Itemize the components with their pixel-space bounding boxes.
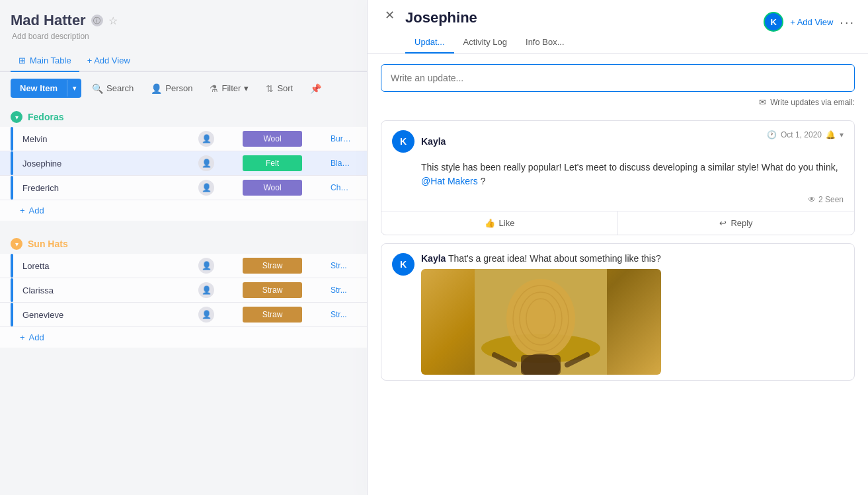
like-button[interactable]: 👍 Like: [381, 211, 618, 235]
new-item-button[interactable]: New Item ▾: [11, 79, 81, 98]
svg-rect-7: [521, 355, 561, 375]
row-indicator: [11, 127, 13, 151]
row-material: Wool: [219, 128, 325, 149]
search-icon: 🔍: [92, 83, 103, 94]
material-badge: Wool: [243, 180, 302, 196]
row-name: Frederich: [20, 178, 198, 198]
expand-icon[interactable]: ▾: [840, 130, 844, 139]
board-title: Mad Hatter: [11, 12, 86, 29]
person-button[interactable]: 👤 Person: [144, 79, 199, 98]
material-badge: Straw: [243, 258, 302, 274]
table-content: ▾ Fedoras Melvin 👤 Wool Burgu... Josephi…: [0, 104, 367, 495]
group-sun-hats-toggle[interactable]: ▾: [11, 238, 22, 250]
comment-date: Oct 1, 2020: [781, 130, 822, 139]
row-color: Str...: [325, 258, 356, 273]
search-button[interactable]: 🔍 Search: [85, 79, 140, 98]
person-avatar: 👤: [198, 131, 214, 147]
table-row[interactable]: Frederich 👤 Wool Charcoal...: [0, 176, 367, 200]
comment2-avatar: K: [392, 253, 414, 276]
group-fedoras-header: ▾ Fedoras: [0, 104, 367, 127]
group-sun-hats-title: Sun Hats: [28, 239, 68, 249]
panel-title-area: Josephine Updat... Activity Log Info Box…: [399, 9, 764, 53]
person-avatar: 👤: [198, 155, 214, 171]
comment-seen: 👁 2 Seen: [381, 195, 854, 211]
panel-body: ✉ Write updates via email: K Kayla 🕐 Oct…: [368, 54, 868, 495]
group-sun-hats: ▾ Sun Hats Loretta 👤 Straw Str... Claris…: [0, 231, 367, 348]
table-row[interactable]: Josephine 👤 Felt Black...: [0, 151, 367, 176]
row-name: Loretta: [20, 256, 198, 276]
sort-icon: ⇅: [266, 83, 274, 94]
pin-icon: 📌: [310, 83, 321, 94]
tab-activity-log[interactable]: Activity Log: [454, 32, 516, 54]
panel-tabs: Updat... Activity Log Info Box...: [405, 32, 764, 53]
board-header: Mad Hatter ⓘ ☆ Add board description: [0, 0, 367, 45]
filter-icon: ⚗: [210, 83, 218, 94]
reply-button[interactable]: ↩ Reply: [618, 211, 854, 235]
table-icon: ⊞: [19, 56, 26, 65]
email-update-hint: ✉ Write updates via email:: [381, 97, 855, 107]
person-icon: 👤: [151, 83, 162, 94]
thumbs-up-icon: 👍: [485, 218, 495, 228]
group-fedoras-toggle[interactable]: ▾: [11, 111, 22, 123]
comment2-text: Kayla That's a great idea! What about so…: [421, 253, 661, 264]
add-view-button[interactable]: + Add View: [79, 50, 138, 71]
row-name: Clarissa: [20, 280, 198, 301]
tab-updates[interactable]: Updat...: [405, 32, 454, 54]
add-row-fedoras[interactable]: + Add: [0, 200, 367, 221]
tab-info-box[interactable]: Info Box...: [516, 32, 574, 54]
plus-icon: +: [20, 332, 25, 342]
board-description[interactable]: Add board description: [12, 32, 356, 41]
row-color: Str...: [325, 283, 356, 297]
comment-author-name: Kayla: [421, 136, 446, 147]
group-fedoras-title: Fedoras: [28, 112, 63, 122]
filter-chevron: ▾: [244, 83, 249, 93]
row-material: Wool: [219, 177, 325, 198]
comment-avatar: K: [392, 130, 414, 153]
right-panel: ✕ Josephine Updat... Activity Log Info B…: [367, 0, 868, 495]
comment-author-area: K Kayla: [392, 130, 446, 153]
row-color: Burgu...: [325, 132, 356, 146]
panel-add-view[interactable]: + Add View: [790, 17, 833, 27]
row-name: Josephine: [20, 153, 198, 174]
toolbar: New Item ▾ 🔍 Search 👤 Person ⚗ Filter ▾ …: [0, 72, 367, 104]
material-badge: Straw: [243, 282, 302, 298]
table-row[interactable]: Genevieve 👤 Straw Str...: [0, 303, 367, 327]
more-options-button[interactable]: ···: [840, 15, 855, 30]
view-tabs: ⊞ Main Table + Add View: [0, 45, 367, 72]
left-panel: Mad Hatter ⓘ ☆ Add board description ⊞ M…: [0, 0, 367, 495]
table-row[interactable]: Loretta 👤 Straw Str...: [0, 254, 367, 278]
sort-button[interactable]: ⇅ Sort: [259, 79, 299, 98]
group-sun-hats-header: ▾ Sun Hats: [0, 231, 367, 254]
person-avatar: 👤: [198, 307, 214, 323]
close-button[interactable]: ✕: [381, 8, 399, 22]
clock-icon: 🕐: [767, 130, 777, 139]
comment-actions: 👍 Like ↩ Reply: [381, 211, 854, 235]
info-icon[interactable]: ⓘ: [91, 15, 103, 26]
row-name: Genevieve: [20, 305, 198, 325]
filter-button[interactable]: ⚗ Filter ▾: [203, 79, 255, 98]
comment2-author: Kayla: [421, 253, 446, 264]
panel-header-right: K + Add View ···: [764, 9, 855, 32]
table-row[interactable]: Clarissa 👤 Straw Str...: [0, 278, 367, 303]
material-badge: Wool: [243, 131, 302, 147]
update-input[interactable]: [381, 64, 855, 92]
material-badge: Felt: [243, 155, 302, 171]
star-icon[interactable]: ☆: [108, 15, 118, 27]
row-material: Straw: [219, 255, 325, 276]
reply-icon: ↩: [719, 218, 727, 228]
tab-main-table[interactable]: ⊞ Main Table: [11, 50, 79, 72]
row-material: Straw: [219, 280, 325, 301]
comment-header: K Kayla 🕐 Oct 1, 2020 🔔 ▾: [381, 121, 854, 158]
add-row-sun-hats[interactable]: + Add: [0, 327, 367, 348]
comment-body: This style has been really popular! Let'…: [381, 158, 854, 195]
mention[interactable]: @Hat Makers: [421, 176, 478, 186]
panel-header: ✕ Josephine Updat... Activity Log Info B…: [368, 0, 868, 54]
person-avatar: 👤: [198, 180, 214, 196]
hat-image: [421, 269, 661, 375]
person-avatar: 👤: [198, 258, 214, 274]
table-row[interactable]: Melvin 👤 Wool Burgu...: [0, 127, 367, 151]
row-color: Charcoal...: [325, 180, 356, 195]
row-color: Black...: [325, 156, 356, 171]
new-item-arrow[interactable]: ▾: [67, 80, 81, 96]
pin-button[interactable]: 📌: [303, 79, 328, 98]
